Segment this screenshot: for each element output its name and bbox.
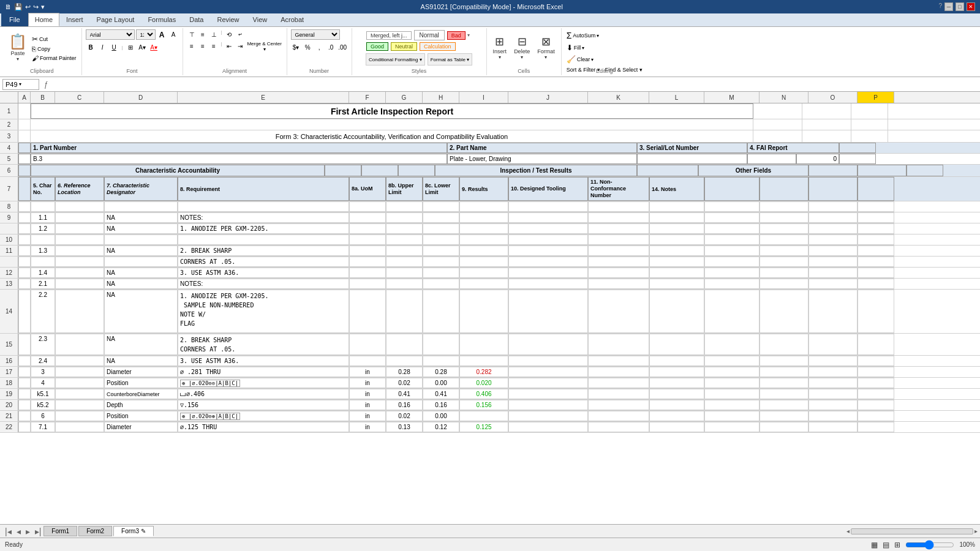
cell-i9b[interactable] [459,223,508,234]
tab-view[interactable]: View [246,13,274,26]
autosum-button[interactable]: Σ AutoSum ▾ [565,29,601,42]
cell-j18[interactable] [508,378,588,388]
font-name-select[interactable]: Arial [86,29,135,40]
cell-k7[interactable]: 11. Non-Conformance Number [588,177,649,201]
cell-a13[interactable] [18,279,31,289]
cell-i21[interactable] [459,411,508,421]
tab-review[interactable]: Review [210,13,246,26]
cell-n19[interactable] [760,389,809,399]
cell-n9b[interactable] [760,223,809,234]
cell-l12[interactable] [649,268,704,278]
tab-page-layout[interactable]: Page Layout [90,13,141,26]
cell-g11[interactable] [386,246,423,256]
cell-h13[interactable] [423,279,459,289]
cell-b11[interactable]: 1.3 [31,246,55,256]
cell-p3[interactable] [851,130,888,142]
cell-c15[interactable] [55,334,104,355]
cell-b20[interactable]: k5.2 [31,400,55,410]
cell-l11[interactable] [649,246,704,256]
cell-b14[interactable]: 2.2 [31,290,55,333]
cell-j22[interactable] [508,422,588,432]
cell-b9b[interactable]: 1.2 [31,223,55,234]
cell-l21[interactable] [649,411,704,421]
style-merged[interactable]: Merged, left j... [366,31,412,40]
cell-i11b[interactable] [459,257,508,267]
cell-e15[interactable]: 2. BREAK SHARP CORNERS AT .05. [178,334,349,355]
cell-i6-inspect[interactable]: Inspection / Test Results [435,165,637,176]
cell-k9[interactable] [588,212,649,223]
cell-j9b[interactable] [508,223,588,234]
cell-e20[interactable]: ▽.156 [178,400,349,410]
cell-n1[interactable] [753,103,802,119]
cell-f17[interactable]: in [349,367,386,377]
cell-k8[interactable] [588,201,649,212]
col-header-g[interactable]: G [386,92,423,103]
cell-i11[interactable] [459,246,508,256]
cell-k19[interactable] [588,389,649,399]
cell-p22[interactable] [858,422,894,432]
view-page-layout-button[interactable]: ▤ [883,541,889,549]
cell-h10[interactable] [423,234,459,245]
cell-i7[interactable]: 9. Results [459,177,508,201]
wrap-text-button[interactable]: ↵ [235,29,246,40]
cell-e13[interactable]: NOTES: [178,279,349,289]
cell-f9b[interactable] [349,223,386,234]
cell-o22[interactable] [809,422,858,432]
decrease-decimal-button[interactable]: .0 [326,42,336,53]
clear-button[interactable]: 🧹 Clear ▾ [565,54,595,65]
cell-g18[interactable]: 0.02 [386,378,423,388]
cell-d11[interactable]: NA [104,246,178,256]
tab-formulas[interactable]: Formulas [141,13,183,26]
cell-b11b[interactable] [31,257,55,267]
align-center-button[interactable]: ≡ [198,41,208,51]
number-format-select[interactable]: General [291,29,340,40]
cell-d22[interactable]: Diameter [104,422,178,432]
cell-o8[interactable] [809,201,858,212]
cell-a15[interactable] [18,334,31,355]
cell-p18[interactable] [858,378,894,388]
view-normal-button[interactable]: ▦ [871,541,878,549]
col-header-o[interactable]: O [809,92,858,103]
cell-j14[interactable] [508,290,588,333]
cell-a11[interactable] [18,246,31,256]
cell-f21[interactable]: in [349,411,386,421]
cell-a5[interactable] [18,154,31,164]
cell-m7[interactable] [704,177,760,201]
cell-k18[interactable] [588,378,649,388]
cell-a16[interactable] [18,356,31,366]
col-header-e[interactable]: E [178,92,349,103]
cell-b4[interactable]: 1. Part Number [31,143,447,153]
cell-k11[interactable] [588,246,649,256]
cell-i9[interactable] [459,212,508,223]
cell-m21[interactable] [704,411,760,421]
cell-l11b[interactable] [649,257,704,267]
cell-m20[interactable] [704,400,760,410]
cell-a9[interactable] [18,212,31,223]
fill-color-button[interactable]: A▾ [137,42,148,53]
cell-a17[interactable] [18,367,31,377]
cell-p13[interactable] [858,279,894,289]
cell-e21[interactable]: ⊕ |∅.020⊙⊕|A|B|C| [178,411,349,421]
cell-c16[interactable] [55,356,104,366]
cell-c20[interactable] [55,400,104,410]
cell-l19[interactable] [649,389,704,399]
cell-c19[interactable] [55,389,104,399]
cell-j11b[interactable] [508,257,588,267]
cell-d13[interactable]: NA [104,279,178,289]
cell-p21[interactable] [858,411,894,421]
cell-f15[interactable] [349,334,386,355]
cell-a20[interactable] [18,400,31,410]
close-button[interactable]: ✕ [967,2,975,11]
cell-k17[interactable] [588,367,649,377]
cell-b5[interactable]: B.3 [31,154,447,164]
cell-n11[interactable] [760,246,809,256]
cell-a6[interactable] [18,165,31,176]
cell-h15[interactable] [423,334,459,355]
cell-d20[interactable]: Depth [104,400,178,410]
col-header-f[interactable]: F [349,92,386,103]
col-header-i[interactable]: I [459,92,508,103]
cell-h21[interactable]: 0.00 [423,411,459,421]
cell-o3[interactable] [802,130,851,142]
cell-f6[interactable] [325,165,361,176]
cell-g13[interactable] [386,279,423,289]
